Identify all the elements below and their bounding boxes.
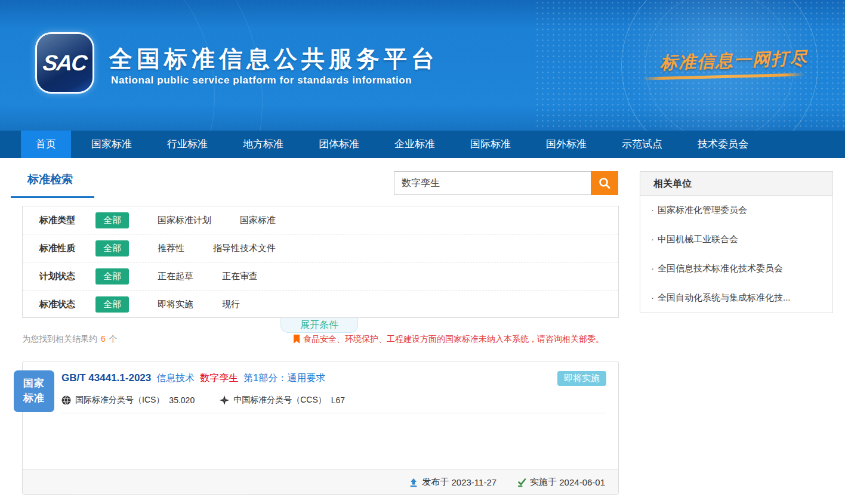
related-unit-label: 国家标准化管理委员会 — [658, 205, 747, 215]
site-title: 全国标准信息公共服务平台 — [109, 43, 439, 75]
related-unit-link[interactable]: ·全国信息技术标准化技术委员会 — [640, 254, 832, 283]
result-info-row: 为您找到相关结果约 6 个 食品安全、环境保护、工程建设方面的国家标准未纳入本系… — [22, 334, 604, 345]
filter-label: 标准性质 — [39, 243, 78, 254]
filter-label: 标准状态 — [39, 299, 78, 310]
globe-icon — [61, 395, 71, 405]
filter-label: 标准类型 — [39, 215, 78, 226]
page: SAC 全国标准信息公共服务平台 National public service… — [0, 0, 845, 504]
related-unit-link[interactable]: ·中国机械工业联合会 — [640, 225, 832, 254]
filter-row-standard-nature: 标准性质 全部 推荐性 指导性技术文件 — [23, 234, 618, 262]
standard-code-link[interactable]: GB/T 43441.1-2023 — [61, 372, 151, 384]
related-unit-link[interactable]: ·全国自动化系统与集成标准化技... — [640, 283, 832, 313]
status-badge: 即将实施 — [557, 371, 606, 386]
related-units-title: 相关单位 — [640, 172, 832, 196]
ccs-label: 中国标准分类号（CCS） — [233, 395, 326, 406]
standard-title-text[interactable]: 第1部分：通用要求 — [243, 372, 325, 385]
filter-option[interactable]: 现行 — [222, 299, 240, 310]
search-area — [394, 171, 618, 195]
related-unit-label: 全国自动化系统与集成标准化技... — [658, 292, 791, 302]
ics-label: 国际标准分类号（ICS） — [75, 395, 164, 406]
implement-date-group: 实施于 2024-06-01 — [517, 477, 605, 488]
standard-title-highlight[interactable]: 数字孪生 — [200, 372, 238, 385]
related-unit-label: 中国机械工业联合会 — [658, 234, 738, 244]
bullet: · — [651, 205, 654, 215]
nav-item-industry-standards[interactable]: 行业标准 — [152, 131, 223, 158]
site-subtitle: National public service platform for sta… — [111, 75, 412, 86]
filter-all-button[interactable]: 全部 — [95, 212, 129, 228]
badge-line1: 国家 — [23, 376, 45, 391]
divider — [61, 413, 606, 413]
filter-option[interactable]: 推荐性 — [158, 243, 184, 254]
nav-item-home[interactable]: 首页 — [21, 131, 71, 158]
badge-line2: 标准 — [23, 391, 45, 406]
nav-item-pilot[interactable]: 示范试点 — [607, 131, 677, 158]
nav-item-international-standards[interactable]: 国际标准 — [455, 131, 526, 158]
page-title: 标准检索 — [11, 172, 73, 187]
nav-item-group-standards[interactable]: 团体标准 — [304, 131, 374, 158]
implement-icon — [517, 478, 526, 487]
filter-all-button[interactable]: 全部 — [95, 268, 129, 285]
section-underline-decoration — [11, 196, 94, 198]
result-card: 国家 标准 GB/T 43441.1-2023 信息技术 数字孪生 第1部分：通… — [22, 361, 619, 495]
standard-title: GB/T 43441.1-2023 信息技术 数字孪生 第1部分：通用要求 — [61, 372, 325, 385]
header-banner: SAC 全国标准信息公共服务平台 National public service… — [0, 0, 845, 131]
standard-title-text[interactable]: 信息技术 — [156, 372, 195, 385]
filter-all-button[interactable]: 全部 — [95, 240, 129, 256]
filter-row-standard-type: 标准类型 全部 国家标准计划 国家标准 — [23, 206, 618, 234]
nav-item-local-standards[interactable]: 地方标准 — [228, 131, 298, 158]
publish-date-group: 发布于 2023-11-27 — [409, 477, 496, 488]
filter-option[interactable]: 国家标准 — [240, 215, 276, 226]
section-head: 标准检索 — [11, 172, 73, 187]
implement-label: 实施于 — [530, 477, 557, 488]
filter-box: 标准类型 全部 国家标准计划 国家标准 标准性质 全部 推荐性 指导性技术文件 … — [22, 206, 619, 318]
national-standard-badge: 国家 标准 — [14, 370, 54, 412]
publish-date: 2023-11-27 — [451, 477, 496, 487]
main-nav: 首页 国家标准 行业标准 地方标准 团体标准 企业标准 国际标准 国外标准 示范… — [0, 131, 845, 158]
bullet: · — [651, 292, 654, 302]
filter-row-plan-status: 计划状态 全部 正在起草 正在审查 — [23, 262, 618, 290]
implement-date: 2024-06-01 — [559, 477, 605, 487]
nav-item-enterprise-standards[interactable]: 企业标准 — [380, 131, 450, 158]
summary-prefix: 为您找到相关结果约 — [22, 334, 97, 344]
sac-logo[interactable]: SAC — [37, 34, 92, 92]
result-count: 6 — [101, 334, 106, 344]
bullet: · — [651, 234, 654, 244]
nav-item-technical-committee[interactable]: 技术委员会 — [683, 131, 763, 158]
search-button[interactable] — [591, 171, 618, 195]
system-notice: 食品安全、环境保护、工程建设方面的国家标准未纳入本系统，请咨询相关部委。 — [293, 334, 604, 345]
ics-value: 35.020 — [169, 395, 195, 405]
filter-all-button[interactable]: 全部 — [95, 296, 129, 313]
compass-icon — [220, 395, 229, 405]
related-unit-link[interactable]: ·国家标准化管理委员会 — [640, 196, 832, 225]
filter-option[interactable]: 指导性技术文件 — [213, 243, 276, 254]
search-input[interactable] — [394, 171, 591, 195]
nav-item-foreign-standards[interactable]: 国外标准 — [531, 131, 602, 158]
filter-row-standard-status: 标准状态 全部 即将实施 现行 — [23, 290, 618, 319]
bullet: · — [651, 263, 654, 273]
classification-meta: 国际标准分类号（ICS） 35.020 中国标准分类号（CCS） L67 — [61, 395, 345, 406]
expand-conditions-button[interactable]: 展开条件 — [280, 318, 358, 333]
filter-option[interactable]: 正在起草 — [158, 271, 193, 282]
card-footer: 发布于 2023-11-27 实施于 2024-06-01 — [23, 469, 618, 494]
filter-label: 计划状态 — [39, 271, 78, 282]
nav-item-national-standards[interactable]: 国家标准 — [76, 131, 147, 158]
publish-label: 发布于 — [422, 477, 449, 488]
notice-text: 食品安全、环境保护、工程建设方面的国家标准未纳入本系统，请咨询相关部委。 — [303, 334, 604, 345]
ccs-value: L67 — [331, 395, 345, 405]
related-units-panel: 相关单位 ·国家标准化管理委员会 ·中国机械工业联合会 ·全国信息技术标准化技术… — [640, 171, 833, 313]
filter-option[interactable]: 正在审查 — [222, 271, 258, 282]
summary-suffix: 个 — [109, 334, 118, 344]
sac-logo-text: SAC — [42, 51, 88, 76]
search-icon — [598, 177, 611, 190]
result-summary: 为您找到相关结果约 6 个 — [22, 334, 118, 345]
filter-option[interactable]: 即将实施 — [158, 299, 193, 310]
bookmark-icon — [293, 335, 300, 344]
publish-icon — [409, 478, 418, 487]
related-unit-label: 全国信息技术标准化技术委员会 — [658, 263, 783, 273]
filter-option[interactable]: 国家标准计划 — [158, 215, 211, 226]
